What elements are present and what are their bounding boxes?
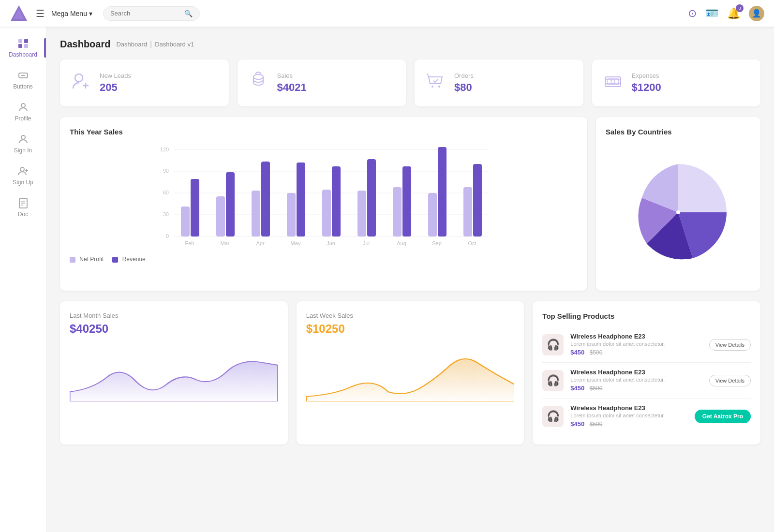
stat-card-info: Sales $4021 [277,72,307,94]
sidebar-item-doc[interactable]: Doc [0,192,46,223]
signin-icon [17,133,29,145]
stat-card-info: Expenses $1200 [632,72,661,94]
breadcrumb-link-2[interactable]: Dashboard v1 [155,41,194,48]
sidebar-label-doc: Doc [18,211,28,218]
avatar[interactable]: 👤 [749,6,764,21]
sidebar-label-buttons: Buttons [13,83,33,90]
product-name: Wireless Headphone E23 [570,333,702,340]
svg-rect-48 [332,166,341,236]
breadcrumb-link-1[interactable]: Dashboard [116,41,147,48]
main-content: Dashboard Dashboard | Dashboard v1 New L… [46,27,774,532]
sidebar-item-dashboard[interactable]: Dashboard [0,32,46,64]
last-week-label: Last Week Sales [306,312,515,319]
legend-dot-net-profit [70,257,75,263]
github-icon[interactable]: ⊙ [688,7,697,20]
svg-point-17 [75,74,83,82]
svg-rect-41 [216,196,225,236]
get-pro-button[interactable]: Get Aatrox Pro [695,410,751,423]
svg-rect-43 [252,191,260,236]
chart-legend: Net Profit Revenue [70,256,578,263]
svg-rect-55 [463,187,472,236]
svg-rect-39 [181,207,190,236]
svg-rect-45 [287,193,296,236]
svg-text:May: May [291,240,301,246]
svg-text:Jun: Jun [327,240,335,246]
view-details-button-2[interactable]: View Details [709,375,751,386]
sidebar-label-profile: Profile [15,115,31,122]
breadcrumb-separator: | [150,40,152,49]
last-week-value: $10250 [306,322,515,336]
last-week-sales-card: Last Week Sales $10250 [297,301,524,444]
sidebar-item-buttons[interactable]: Buttons [0,64,46,96]
stat-card-sales: Sales $4021 [238,59,406,106]
sales-icon [247,70,269,96]
svg-point-8 [21,103,25,107]
svg-text:120: 120 [160,147,169,152]
stat-cards: New Leads 205 Sales $4021 [60,59,760,106]
legend-revenue: Revenue [112,256,145,263]
product-item: 🎧 Wireless Headphone E23 Lorem ipsum dol… [542,399,751,434]
pie-chart [606,145,751,280]
products-card: Top Selling Products 🎧 Wireless Headphon… [533,301,760,444]
product-price-old: $500 [590,421,603,428]
svg-rect-50 [367,159,376,236]
dashboard-icon [17,38,29,49]
product-image: 🎧 [542,406,564,427]
view-details-button[interactable]: View Details [709,339,751,351]
bar-chart-card: This Year Sales 120 90 60 30 0 [60,117,587,291]
product-info: Wireless Headphone E23 Lorem ipsum dolor… [570,404,687,428]
svg-point-21 [253,74,263,79]
svg-point-10 [20,167,24,171]
svg-rect-2 [18,44,22,48]
product-price-old: $500 [590,385,603,392]
new-leads-icon [70,70,92,96]
card-icon[interactable]: 🪪 [705,7,718,20]
hamburger-button[interactable]: ☰ [36,8,45,19]
svg-rect-5 [24,44,28,48]
sidebar-item-profile[interactable]: Profile [0,96,46,128]
svg-text:Aug: Aug [397,240,406,246]
signup-icon [17,165,29,177]
svg-point-9 [21,135,25,139]
last-week-chart [306,343,515,401]
profile-icon [17,102,29,113]
product-info: Wireless Headphone E23 Lorem ipsum dolor… [570,333,702,356]
product-item: 🎧 Wireless Headphone E23 Lorem ipsum dol… [542,327,751,363]
svg-text:30: 30 [163,211,169,217]
svg-text:Sep: Sep [432,240,442,246]
svg-text:Jul: Jul [363,240,370,246]
svg-text:Feb: Feb [185,240,194,246]
legend-dot-revenue [112,257,118,263]
charts-row: This Year Sales 120 90 60 30 0 [60,117,760,291]
notifications-icon[interactable]: 🔔 3 [727,7,740,20]
stat-card-info: Orders $80 [454,72,474,94]
products-title: Top Selling Products [542,312,751,320]
pie-chart-title: Sales By Countries [606,128,751,136]
stat-card-value: 205 [100,81,131,94]
sidebar-item-signin[interactable]: Sign In [0,128,46,160]
product-price-new: $450 [570,384,584,392]
orders-icon [424,70,447,96]
svg-rect-40 [191,179,199,236]
legend-net-profit: Net Profit [70,256,104,263]
breadcrumb: Dashboard Dashboard | Dashboard v1 [60,39,760,50]
product-desc: Lorem ipsum dolor sit amet consectetur. [570,377,702,383]
logo[interactable] [10,4,28,23]
sidebar-label-signup: Sign Up [13,179,33,186]
product-price-new: $450 [570,420,584,428]
search-input[interactable] [110,10,182,17]
svg-text:Mar: Mar [221,240,230,246]
svg-rect-54 [438,147,447,236]
search-bar[interactable]: 🔍 [103,6,200,21]
product-image: 🎧 [542,370,564,391]
svg-rect-52 [402,166,411,236]
sidebar-item-signup[interactable]: Sign Up [0,160,46,192]
bar-chart-title: This Year Sales [70,128,578,136]
search-icon: 🔍 [184,10,193,17]
mega-menu-button[interactable]: Mega Menu ▾ [51,10,94,17]
product-name: Wireless Headphone E23 [570,369,702,376]
page-title: Dashboard [60,39,110,50]
svg-rect-42 [226,172,235,236]
stat-card-orders: Orders $80 [415,59,583,106]
svg-point-26 [611,80,615,84]
